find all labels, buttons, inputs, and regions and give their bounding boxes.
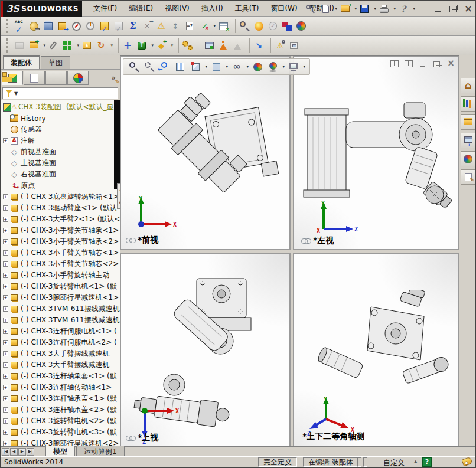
tree-component-item[interactable]: (-) CHX-3连杆轴传动轴<1> (1, 382, 120, 393)
tree-component-item[interactable]: (-) CHX-3连杆轴承套<1> (默 (1, 371, 120, 382)
toolbar-button[interactable]: ▾ (288, 39, 301, 52)
expand-icon[interactable] (3, 430, 8, 435)
task-pane-button[interactable] (461, 133, 476, 148)
tree-item[interactable]: 右视基准面 (1, 169, 120, 180)
expand-icon[interactable] (3, 407, 8, 413)
toolbar-button[interactable]: ▾ (273, 39, 286, 52)
quickbar-icon[interactable]: ▾ (397, 2, 410, 15)
menu-item[interactable]: 窗口(W) (265, 2, 302, 15)
expand-icon[interactable] (3, 116, 8, 121)
horizontal-viewport-splitter[interactable] (120, 250, 459, 253)
command-tab[interactable]: 草图 (41, 56, 70, 69)
tree-item[interactable]: 前视基准面 (1, 146, 120, 158)
top-view-viewport[interactable]: X Z *上视 (120, 253, 290, 447)
toolbar-button[interactable]: ▾ (13, 39, 26, 52)
toolbar-button[interactable]: ▾ (27, 39, 40, 52)
status-custom-arrow-icon[interactable]: ▲ (414, 459, 417, 464)
toolbar-button[interactable]: ▾ (13, 19, 26, 32)
toolbar-button[interactable]: ▾ (98, 19, 111, 32)
tree-component-item[interactable]: (-) CHX-3底盘旋转涡轮箱<1> (1, 191, 120, 202)
toolbar-button[interactable]: ▾ (80, 39, 93, 52)
menu-item[interactable]: 文件(F) (88, 2, 122, 15)
close-button[interactable]: × (464, 4, 473, 13)
tree-component-item[interactable]: (-) CHX-3大手臂摆线减速机 (1, 359, 120, 371)
toolbar-button[interactable]: ▾ (203, 39, 216, 52)
task-pane-button[interactable] (461, 169, 476, 185)
prev-tab-icon[interactable]: ◀ (10, 448, 18, 456)
toolbar-button[interactable]: ▾ (295, 19, 308, 32)
toolbar-button[interactable]: ▾ (141, 19, 154, 32)
toolbar-button[interactable]: ▾ (175, 38, 179, 53)
left-view-viewport[interactable]: Y Z X *左视 (294, 56, 459, 250)
expand-icon[interactable] (3, 318, 8, 323)
dropdown-arrow-icon[interactable]: ▾ (151, 43, 154, 48)
tree-component-item[interactable]: (-) CHX-3小手臂旋转轴主动 (1, 270, 120, 281)
tree-item[interactable]: 原点 (1, 180, 120, 191)
toolbar-button[interactable]: ▾ (238, 19, 251, 32)
panel-tab[interactable] (67, 71, 89, 85)
tree-component-item[interactable]: (-) CHX-3旋转臂电机<1> (默 (1, 281, 120, 292)
minimize-button[interactable] (433, 4, 442, 13)
expand-icon[interactable] (3, 396, 8, 401)
toolbar-grip[interactable] (6, 38, 8, 53)
right-pane-icon[interactable] (404, 60, 413, 67)
toolbar-button[interactable]: ▾ (281, 19, 294, 32)
menu-item[interactable]: 工具(T) (230, 2, 265, 15)
tree-item[interactable]: 注解 (1, 135, 120, 146)
tree-component-item[interactable]: (-) CHX-3小手臂关节轴承<2> (1, 236, 120, 247)
doc-restore-button[interactable] (432, 60, 441, 67)
dropdown-arrow-icon[interactable]: ▾ (246, 64, 249, 69)
dropdown-arrow-icon[interactable]: ▾ (110, 43, 113, 48)
toolbar-button[interactable]: ▾ (252, 19, 265, 32)
panel-tab[interactable] (45, 71, 67, 85)
view-toolbar-button[interactable]: ▾ (174, 60, 187, 73)
doc-minimize-button[interactable] (418, 60, 427, 67)
toolbar-button[interactable]: ▾ (70, 19, 83, 32)
filter-dropdown-icon[interactable]: ▼ (14, 91, 18, 96)
toolbar-button[interactable]: ▾ (84, 19, 97, 32)
expand-icon[interactable] (3, 362, 8, 368)
expand-icon[interactable] (3, 295, 8, 300)
expand-icon[interactable] (3, 374, 8, 379)
toolbar-button[interactable]: ▾ (196, 38, 200, 53)
expand-icon[interactable] (3, 172, 8, 177)
restore-button[interactable] (448, 4, 458, 13)
view-toolbar-button[interactable]: ▾ (128, 60, 141, 73)
tree-component-item[interactable]: (-) CHX-3驱动臂座<1> (默认 (1, 202, 120, 214)
toolbar-button[interactable]: ▾ (197, 19, 210, 32)
tree-component-item[interactable]: (-) CHX-3小手臂关节轴芯<2> (1, 258, 120, 270)
toolbar-button[interactable]: ▾ (155, 19, 168, 32)
dropdown-arrow-icon[interactable]: ▾ (226, 64, 228, 69)
tree-component-item[interactable]: (-) CHX-3小手臂关节轴芯<1> (1, 247, 120, 258)
view-toolbar-button[interactable]: ▾ (143, 60, 156, 73)
dropdown-arrow-icon[interactable]: ▾ (205, 64, 207, 69)
expand-icon[interactable] (3, 329, 8, 334)
front-view-viewport[interactable]: Y X *前视 (120, 56, 290, 250)
first-tab-icon[interactable]: |◀ (2, 448, 9, 456)
dropdown-arrow-icon[interactable]: ▾ (213, 24, 216, 28)
toolbar-button[interactable]: ▾ (94, 39, 107, 52)
expand-icon[interactable] (3, 306, 8, 312)
view-toolbar-button[interactable]: ▾ (287, 60, 300, 73)
expand-icon[interactable] (3, 273, 8, 278)
expand-icon[interactable] (3, 127, 8, 132)
dropdown-arrow-icon[interactable]: ▾ (282, 64, 285, 69)
status-help-icon[interactable]: ? (422, 457, 432, 467)
tree-component-item[interactable]: (-) CHX-3旋转臂电机<3> (默 (1, 427, 120, 438)
toolbar-button[interactable]: ▾ (121, 39, 134, 52)
menu-item[interactable]: 编辑(E) (123, 2, 158, 15)
tree-component-item[interactable]: (-) CHX-3连杆轴承盖<2> (默 (1, 404, 120, 415)
tree-component-item[interactable]: (-) CHX-3连杆伺服电机<2> ( (1, 337, 120, 348)
view-toolbar-button[interactable]: ▾ (230, 60, 243, 73)
toolbar-button[interactable]: ▾ (169, 19, 182, 32)
toolbar-button[interactable]: ▾ (217, 39, 230, 52)
view-toolbar-button[interactable]: ▾ (251, 60, 264, 73)
dropdown-arrow-icon[interactable]: ▾ (43, 43, 45, 48)
command-tab[interactable]: 装配体 (3, 55, 40, 69)
toolbar-button[interactable]: ▾ (56, 19, 69, 32)
tree-item[interactable]: History (1, 113, 120, 124)
panel-tab[interactable] (24, 71, 45, 85)
tag-icon[interactable] (461, 457, 472, 467)
expand-icon[interactable] (3, 161, 8, 166)
dropdown-arrow-icon[interactable]: ▾ (354, 6, 357, 11)
